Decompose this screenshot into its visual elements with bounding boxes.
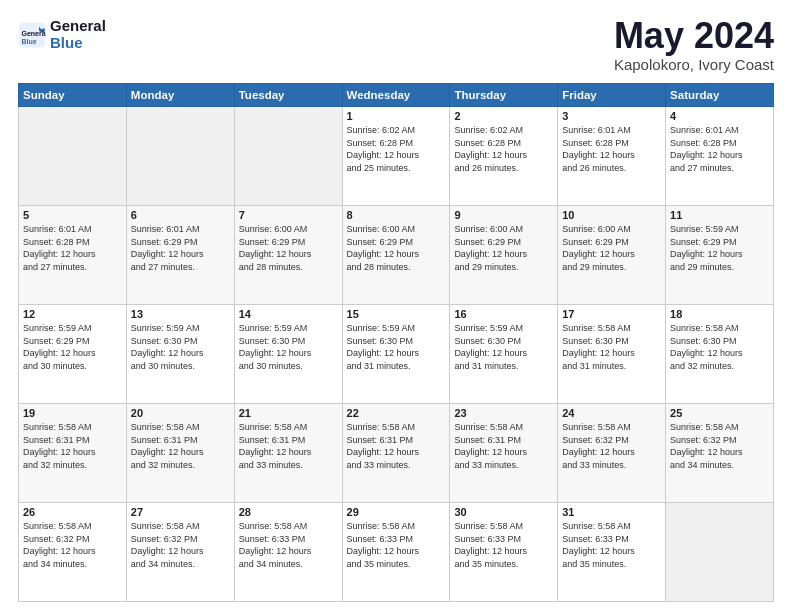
day-number: 30 — [454, 506, 553, 518]
calendar-cell: 26Sunrise: 5:58 AM Sunset: 6:32 PM Dayli… — [19, 503, 127, 602]
day-number: 20 — [131, 407, 230, 419]
calendar-cell: 3Sunrise: 6:01 AM Sunset: 6:28 PM Daylig… — [558, 107, 666, 206]
day-number: 7 — [239, 209, 338, 221]
day-info: Sunrise: 5:58 AM Sunset: 6:31 PM Dayligh… — [239, 421, 338, 471]
day-number: 1 — [347, 110, 446, 122]
calendar-cell: 31Sunrise: 5:58 AM Sunset: 6:33 PM Dayli… — [558, 503, 666, 602]
calendar-cell: 6Sunrise: 6:01 AM Sunset: 6:29 PM Daylig… — [126, 206, 234, 305]
calendar-cell — [19, 107, 127, 206]
logo-text: General Blue — [50, 18, 106, 51]
day-number: 5 — [23, 209, 122, 221]
day-number: 31 — [562, 506, 661, 518]
calendar-week-4: 19Sunrise: 5:58 AM Sunset: 6:31 PM Dayli… — [19, 404, 774, 503]
day-number: 17 — [562, 308, 661, 320]
day-info: Sunrise: 5:58 AM Sunset: 6:31 PM Dayligh… — [23, 421, 122, 471]
day-info: Sunrise: 6:00 AM Sunset: 6:29 PM Dayligh… — [239, 223, 338, 273]
day-info: Sunrise: 6:00 AM Sunset: 6:29 PM Dayligh… — [347, 223, 446, 273]
day-info: Sunrise: 5:58 AM Sunset: 6:31 PM Dayligh… — [131, 421, 230, 471]
day-info: Sunrise: 5:58 AM Sunset: 6:32 PM Dayligh… — [131, 520, 230, 570]
day-number: 16 — [454, 308, 553, 320]
day-number: 22 — [347, 407, 446, 419]
day-info: Sunrise: 5:58 AM Sunset: 6:33 PM Dayligh… — [562, 520, 661, 570]
page: General Blue General Blue May 2024 Kapol… — [0, 0, 792, 612]
day-number: 18 — [670, 308, 769, 320]
calendar-cell: 13Sunrise: 5:59 AM Sunset: 6:30 PM Dayli… — [126, 305, 234, 404]
calendar-header-row: Sunday Monday Tuesday Wednesday Thursday… — [19, 84, 774, 107]
day-number: 3 — [562, 110, 661, 122]
day-info: Sunrise: 5:58 AM Sunset: 6:30 PM Dayligh… — [562, 322, 661, 372]
calendar-week-3: 12Sunrise: 5:59 AM Sunset: 6:29 PM Dayli… — [19, 305, 774, 404]
day-info: Sunrise: 6:01 AM Sunset: 6:28 PM Dayligh… — [670, 124, 769, 174]
calendar-cell: 25Sunrise: 5:58 AM Sunset: 6:32 PM Dayli… — [666, 404, 774, 503]
day-number: 14 — [239, 308, 338, 320]
calendar-cell: 24Sunrise: 5:58 AM Sunset: 6:32 PM Dayli… — [558, 404, 666, 503]
calendar-cell — [126, 107, 234, 206]
day-info: Sunrise: 5:58 AM Sunset: 6:31 PM Dayligh… — [454, 421, 553, 471]
day-number: 28 — [239, 506, 338, 518]
calendar-cell: 20Sunrise: 5:58 AM Sunset: 6:31 PM Dayli… — [126, 404, 234, 503]
day-info: Sunrise: 6:01 AM Sunset: 6:29 PM Dayligh… — [131, 223, 230, 273]
day-info: Sunrise: 5:58 AM Sunset: 6:31 PM Dayligh… — [347, 421, 446, 471]
day-number: 11 — [670, 209, 769, 221]
day-info: Sunrise: 5:59 AM Sunset: 6:30 PM Dayligh… — [347, 322, 446, 372]
calendar-cell: 27Sunrise: 5:58 AM Sunset: 6:32 PM Dayli… — [126, 503, 234, 602]
day-number: 4 — [670, 110, 769, 122]
day-info: Sunrise: 5:58 AM Sunset: 6:33 PM Dayligh… — [347, 520, 446, 570]
day-number: 23 — [454, 407, 553, 419]
calendar-cell: 10Sunrise: 6:00 AM Sunset: 6:29 PM Dayli… — [558, 206, 666, 305]
col-monday: Monday — [126, 84, 234, 107]
calendar-cell: 17Sunrise: 5:58 AM Sunset: 6:30 PM Dayli… — [558, 305, 666, 404]
day-number: 26 — [23, 506, 122, 518]
location-title: Kapolokoro, Ivory Coast — [614, 56, 774, 73]
calendar-cell — [666, 503, 774, 602]
col-wednesday: Wednesday — [342, 84, 450, 107]
day-number: 27 — [131, 506, 230, 518]
calendar-cell: 9Sunrise: 6:00 AM Sunset: 6:29 PM Daylig… — [450, 206, 558, 305]
calendar-cell: 23Sunrise: 5:58 AM Sunset: 6:31 PM Dayli… — [450, 404, 558, 503]
day-info: Sunrise: 6:00 AM Sunset: 6:29 PM Dayligh… — [562, 223, 661, 273]
day-number: 24 — [562, 407, 661, 419]
calendar-week-2: 5Sunrise: 6:01 AM Sunset: 6:28 PM Daylig… — [19, 206, 774, 305]
calendar-cell: 4Sunrise: 6:01 AM Sunset: 6:28 PM Daylig… — [666, 107, 774, 206]
calendar-cell: 11Sunrise: 5:59 AM Sunset: 6:29 PM Dayli… — [666, 206, 774, 305]
day-info: Sunrise: 5:59 AM Sunset: 6:29 PM Dayligh… — [670, 223, 769, 273]
day-number: 13 — [131, 308, 230, 320]
calendar-cell: 19Sunrise: 5:58 AM Sunset: 6:31 PM Dayli… — [19, 404, 127, 503]
day-number: 8 — [347, 209, 446, 221]
day-info: Sunrise: 6:01 AM Sunset: 6:28 PM Dayligh… — [562, 124, 661, 174]
day-number: 19 — [23, 407, 122, 419]
calendar-week-5: 26Sunrise: 5:58 AM Sunset: 6:32 PM Dayli… — [19, 503, 774, 602]
calendar-cell: 15Sunrise: 5:59 AM Sunset: 6:30 PM Dayli… — [342, 305, 450, 404]
col-thursday: Thursday — [450, 84, 558, 107]
day-number: 12 — [23, 308, 122, 320]
calendar-cell: 30Sunrise: 5:58 AM Sunset: 6:33 PM Dayli… — [450, 503, 558, 602]
day-info: Sunrise: 5:58 AM Sunset: 6:32 PM Dayligh… — [23, 520, 122, 570]
calendar-cell: 18Sunrise: 5:58 AM Sunset: 6:30 PM Dayli… — [666, 305, 774, 404]
month-title: May 2024 — [614, 18, 774, 54]
calendar-cell: 2Sunrise: 6:02 AM Sunset: 6:28 PM Daylig… — [450, 107, 558, 206]
day-info: Sunrise: 6:01 AM Sunset: 6:28 PM Dayligh… — [23, 223, 122, 273]
day-info: Sunrise: 6:00 AM Sunset: 6:29 PM Dayligh… — [454, 223, 553, 273]
day-info: Sunrise: 5:58 AM Sunset: 6:33 PM Dayligh… — [454, 520, 553, 570]
calendar-cell: 29Sunrise: 5:58 AM Sunset: 6:33 PM Dayli… — [342, 503, 450, 602]
day-number: 29 — [347, 506, 446, 518]
calendar-cell: 28Sunrise: 5:58 AM Sunset: 6:33 PM Dayli… — [234, 503, 342, 602]
calendar-cell: 14Sunrise: 5:59 AM Sunset: 6:30 PM Dayli… — [234, 305, 342, 404]
calendar-cell: 12Sunrise: 5:59 AM Sunset: 6:29 PM Dayli… — [19, 305, 127, 404]
day-info: Sunrise: 5:58 AM Sunset: 6:32 PM Dayligh… — [562, 421, 661, 471]
col-tuesday: Tuesday — [234, 84, 342, 107]
day-info: Sunrise: 5:59 AM Sunset: 6:29 PM Dayligh… — [23, 322, 122, 372]
calendar-cell: 16Sunrise: 5:59 AM Sunset: 6:30 PM Dayli… — [450, 305, 558, 404]
day-number: 6 — [131, 209, 230, 221]
title-block: May 2024 Kapolokoro, Ivory Coast — [614, 18, 774, 73]
logo-line2: Blue — [50, 35, 106, 52]
logo: General Blue General Blue — [18, 18, 106, 51]
svg-text:Blue: Blue — [22, 38, 37, 45]
calendar-cell: 5Sunrise: 6:01 AM Sunset: 6:28 PM Daylig… — [19, 206, 127, 305]
calendar-cell: 7Sunrise: 6:00 AM Sunset: 6:29 PM Daylig… — [234, 206, 342, 305]
logo-icon: General Blue — [18, 21, 46, 49]
day-info: Sunrise: 5:59 AM Sunset: 6:30 PM Dayligh… — [239, 322, 338, 372]
day-info: Sunrise: 5:59 AM Sunset: 6:30 PM Dayligh… — [454, 322, 553, 372]
day-info: Sunrise: 5:58 AM Sunset: 6:30 PM Dayligh… — [670, 322, 769, 372]
header: General Blue General Blue May 2024 Kapol… — [18, 18, 774, 73]
